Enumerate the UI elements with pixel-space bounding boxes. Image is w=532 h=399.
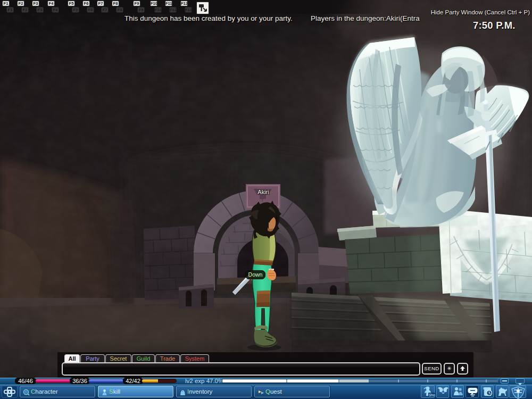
svg-text:Shop: Shop xyxy=(429,393,435,397)
